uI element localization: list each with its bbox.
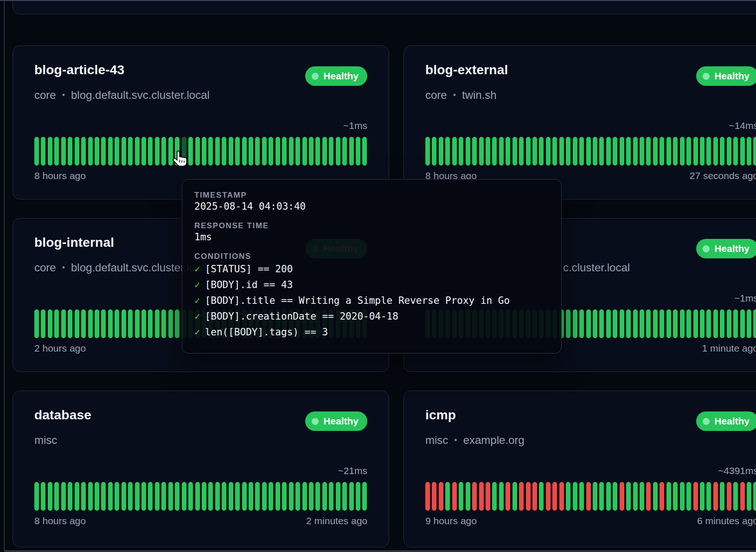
uptime-bar[interactable] [122, 309, 126, 338]
uptime-bar[interactable] [235, 137, 240, 166]
uptime-bar[interactable] [282, 137, 287, 166]
uptime-bar[interactable] [526, 137, 531, 166]
uptime-bar[interactable] [128, 309, 133, 338]
uptime-bar[interactable] [479, 137, 484, 166]
uptime-bar[interactable] [593, 309, 597, 338]
uptime-bar[interactable] [546, 482, 551, 511]
uptime-bar[interactable] [506, 482, 510, 511]
uptime-bar[interactable] [336, 482, 340, 511]
uptime-bar[interactable] [356, 482, 360, 511]
uptime-bar[interactable] [336, 137, 340, 166]
uptime-bar[interactable] [175, 482, 179, 511]
uptime-bar[interactable] [606, 137, 611, 166]
uptime-bar[interactable] [720, 309, 724, 338]
uptime-bar[interactable] [720, 482, 724, 511]
uptime-bar[interactable] [573, 309, 577, 338]
uptime-bar[interactable] [693, 137, 698, 166]
uptime-bar[interactable] [208, 482, 213, 511]
uptime-bar[interactable] [620, 309, 624, 338]
uptime-bar[interactable] [660, 482, 664, 511]
uptime-bar[interactable] [492, 137, 497, 166]
uptime-bar[interactable] [75, 482, 79, 511]
uptime-bar[interactable] [686, 137, 691, 166]
uptime-bar[interactable] [108, 482, 113, 511]
uptime-bar[interactable] [155, 482, 160, 511]
uptime-bar[interactable] [168, 309, 173, 338]
uptime-bar[interactable] [466, 482, 470, 511]
uptime-bar[interactable] [215, 137, 220, 166]
uptime-bar[interactable] [586, 309, 591, 338]
uptime-bar[interactable] [202, 137, 206, 166]
uptime-bar[interactable] [459, 137, 463, 166]
uptime-bar[interactable] [613, 309, 617, 338]
uptime-bar[interactable] [141, 482, 146, 511]
uptime-bar[interactable] [552, 137, 557, 166]
uptime-bar[interactable] [713, 309, 718, 338]
uptime-bar[interactable] [41, 137, 45, 166]
uptime-bar[interactable] [302, 137, 307, 166]
uptime-bar[interactable] [302, 482, 307, 511]
uptime-bar[interactable] [700, 482, 705, 511]
uptime-bar[interactable] [54, 482, 59, 511]
uptime-bar[interactable] [349, 137, 354, 166]
uptime-bar[interactable] [640, 137, 644, 166]
uptime-bar[interactable] [75, 137, 79, 166]
uptime-bar[interactable] [519, 137, 524, 166]
uptime-bar[interactable] [122, 482, 126, 511]
uptime-bar[interactable] [161, 309, 166, 338]
uptime-bar[interactable] [315, 482, 320, 511]
uptime-bar[interactable] [356, 137, 360, 166]
uptime-bar[interactable] [680, 309, 685, 338]
uptime-bar[interactable] [539, 137, 544, 166]
uptime-bar[interactable] [295, 137, 300, 166]
uptime-bar[interactable] [155, 137, 160, 166]
uptime-bar[interactable] [48, 137, 52, 166]
uptime-bar[interactable] [289, 482, 294, 511]
uptime-bar[interactable] [599, 309, 604, 338]
uptime-bar[interactable] [249, 482, 253, 511]
uptime-bar[interactable] [713, 137, 718, 166]
endpoint-card-database[interactable]: database misc Healthy ~21ms 8 hours ago … [13, 391, 389, 547]
uptime-bar[interactable] [727, 137, 731, 166]
uptime-bar[interactable] [452, 137, 457, 166]
uptime-bar[interactable] [81, 482, 86, 511]
uptime-bar[interactable] [626, 137, 631, 166]
uptime-bar[interactable] [115, 309, 119, 338]
uptime-bar[interactable] [349, 482, 354, 511]
uptime-bar[interactable] [566, 137, 570, 166]
endpoint-card-icmp[interactable]: icmp misc • example.org Healthy ~4391ms … [404, 391, 756, 547]
clipped-card-above[interactable] [13, 0, 756, 14]
uptime-bar[interactable] [646, 137, 651, 166]
uptime-bar[interactable] [693, 309, 698, 338]
uptime-bar[interactable] [666, 309, 671, 338]
uptime-bar[interactable] [747, 482, 751, 511]
uptime-bar[interactable] [108, 137, 113, 166]
uptime-bar[interactable] [666, 482, 671, 511]
uptime-bar[interactable] [242, 482, 247, 511]
uptime-bar[interactable] [566, 309, 570, 338]
uptime-bar[interactable] [727, 309, 731, 338]
uptime-bar[interactable] [740, 309, 745, 338]
uptime-bar[interactable] [445, 137, 450, 166]
uptime-bar[interactable] [188, 137, 193, 166]
uptime-bar[interactable] [532, 137, 537, 166]
uptime-bar[interactable] [229, 482, 233, 511]
uptime-bar[interactable] [733, 482, 738, 511]
uptime-bar[interactable] [633, 309, 638, 338]
endpoint-card-blog-article-43[interactable]: blog-article-43 core • blog.default.svc.… [13, 45, 389, 199]
uptime-bar[interactable] [95, 482, 99, 511]
uptime-bar[interactable] [148, 309, 153, 338]
uptime-bar[interactable] [640, 309, 644, 338]
uptime-bar[interactable] [282, 482, 287, 511]
uptime-bar[interactable] [175, 137, 179, 166]
uptime-bar[interactable] [439, 482, 443, 511]
uptime-bar[interactable] [95, 309, 99, 338]
uptime-bar[interactable] [41, 482, 45, 511]
uptime-bar[interactable] [222, 482, 226, 511]
uptime-bar[interactable] [439, 137, 443, 166]
uptime-bar[interactable] [34, 137, 39, 166]
uptime-bar[interactable] [148, 137, 153, 166]
uptime-bar[interactable] [275, 482, 280, 511]
uptime-bar[interactable] [135, 482, 140, 511]
uptime-bar[interactable] [128, 137, 133, 166]
